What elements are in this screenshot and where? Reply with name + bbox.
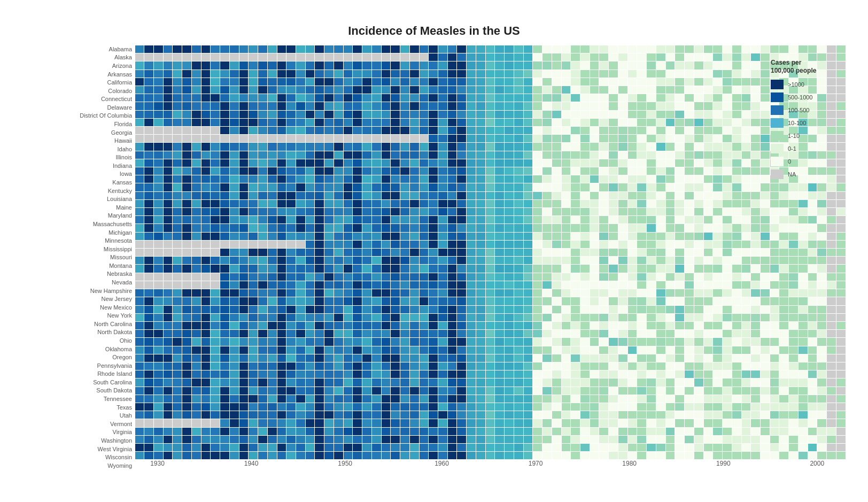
- y-label-colorado: Colorado: [22, 88, 132, 94]
- heatmap-cell: [249, 94, 258, 102]
- heatmap-cell: [789, 362, 798, 370]
- heatmap-cell: [514, 192, 523, 199]
- heatmap-cell: [420, 70, 429, 78]
- heatmap-cell: [277, 379, 286, 386]
- heatmap-cell: [467, 70, 476, 78]
- heatmap-cell: [571, 70, 580, 78]
- heatmap-cell: [306, 183, 315, 191]
- heatmap-cell: [666, 419, 675, 427]
- heatmap-cell: [324, 265, 334, 272]
- heatmap-cell: [239, 192, 249, 199]
- heatmap-cell: [420, 241, 429, 248]
- heatmap-cell: [647, 419, 656, 427]
- heatmap-cell: [296, 265, 305, 272]
- heatmap-cell: [391, 183, 400, 191]
- heatmap-cell: [571, 370, 580, 378]
- heatmap-cell: [647, 257, 656, 264]
- heatmap-cell: [808, 379, 817, 386]
- heatmap-cell: [751, 436, 760, 443]
- heatmap-cell: [192, 273, 201, 281]
- heatmap-cell: [666, 241, 675, 248]
- heatmap-cell: [505, 127, 514, 134]
- heatmap-cell: [694, 143, 703, 150]
- heatmap-cell: [144, 159, 153, 167]
- heatmap-cell: [656, 346, 665, 354]
- heatmap-cell: [799, 281, 808, 289]
- heatmap-cell: [410, 306, 419, 313]
- heatmap-cell: [590, 419, 599, 427]
- heatmap-cell: [306, 159, 315, 167]
- heatmap-cell: [315, 314, 324, 321]
- heatmap-cell: [334, 297, 343, 305]
- heatmap-cell: [562, 143, 571, 150]
- heatmap-cell: [144, 322, 153, 329]
- heatmap-cell: [704, 200, 713, 207]
- heatmap-cell: [533, 281, 542, 289]
- heatmap-cell: [182, 159, 191, 167]
- heatmap-cell: [505, 102, 514, 110]
- heatmap-cell: [230, 216, 239, 223]
- heatmap-cell: [599, 314, 608, 321]
- heatmap-cell: [590, 241, 599, 248]
- heatmap-cell: [164, 70, 173, 78]
- heatmap-cell: [751, 200, 760, 207]
- heatmap-cell: [779, 379, 788, 386]
- heatmap-cell: [135, 53, 144, 61]
- heatmap-cell: [486, 208, 495, 215]
- heatmap-cell: [751, 346, 760, 354]
- heatmap-cell: [192, 249, 201, 256]
- heatmap-cell: [182, 70, 191, 78]
- heatmap-cell: [751, 322, 760, 329]
- heatmap-cell: [761, 411, 770, 419]
- heatmap-cell: [400, 94, 409, 102]
- heatmap-cell: [296, 444, 305, 451]
- heatmap-cell: [249, 436, 258, 443]
- heatmap-cell: [524, 322, 533, 329]
- heatmap-cell: [448, 257, 457, 264]
- heatmap-cell: [429, 379, 438, 386]
- heatmap-cell: [144, 306, 153, 313]
- heatmap-cell: [495, 53, 504, 61]
- heatmap-cell: [164, 273, 173, 281]
- heatmap-cell: [230, 419, 239, 427]
- heatmap-cell: [618, 53, 627, 61]
- heatmap-cell: [656, 45, 665, 53]
- heatmap-cell: [732, 208, 741, 215]
- heatmap-cell: [391, 159, 400, 167]
- heatmap-cell: [618, 354, 627, 362]
- heatmap-cell: [770, 379, 779, 386]
- heatmap-cell: [249, 216, 258, 223]
- heatmap-cell: [486, 257, 495, 264]
- heatmap-cell: [382, 200, 391, 207]
- heatmap-cell: [599, 135, 608, 142]
- heatmap-cell: [789, 192, 798, 199]
- heatmap-cell: [277, 45, 286, 53]
- heatmap-cell: [628, 289, 637, 297]
- heatmap-cell: [438, 257, 447, 264]
- heatmap-cell: [580, 233, 590, 240]
- heatmap-cell: [505, 143, 514, 150]
- heatmap-cell: [495, 119, 504, 126]
- heatmap-cell: [656, 119, 665, 126]
- heatmap-cell: [514, 346, 523, 354]
- heatmap-cell: [296, 119, 305, 126]
- heatmap-cell: [420, 175, 429, 183]
- heatmap-cell: [410, 241, 419, 248]
- heatmap-cell: [164, 192, 173, 199]
- heatmap-cell: [296, 233, 305, 240]
- heatmap-cell: [628, 86, 637, 94]
- heatmap-cell: [211, 127, 220, 134]
- heatmap-cell: [438, 200, 447, 207]
- heatmap-cell: [742, 249, 751, 256]
- heatmap-cell: [713, 322, 722, 329]
- heatmap-cell: [239, 135, 249, 142]
- heatmap-cell: [713, 249, 722, 256]
- heatmap-cell: [524, 306, 533, 313]
- heatmap-cell: [552, 387, 561, 395]
- heatmap-cell: [211, 192, 220, 199]
- heatmap-cell: [296, 70, 305, 78]
- heatmap-cell: [173, 70, 182, 78]
- heatmap-cell: [486, 192, 495, 199]
- heatmap-cell: [675, 78, 684, 86]
- heatmap-cell: [353, 224, 362, 231]
